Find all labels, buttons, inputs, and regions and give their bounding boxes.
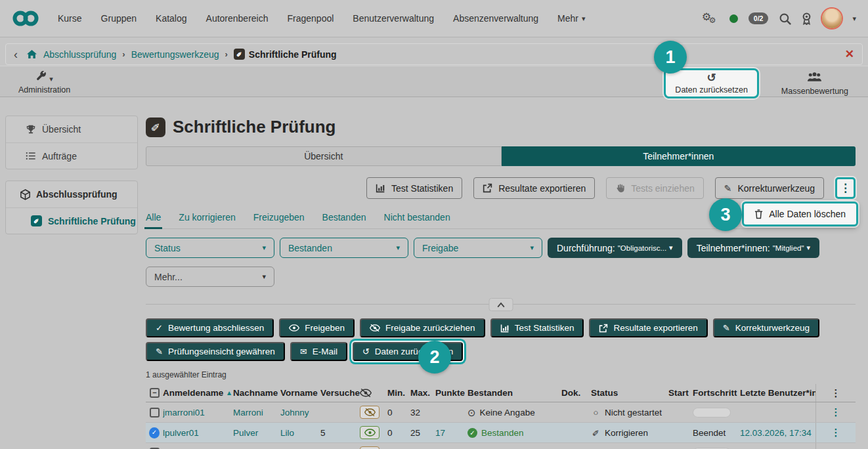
delete-all-data-menu-item[interactable]: Alle Daten löschen xyxy=(742,202,858,226)
col-header-max[interactable]: Max. xyxy=(410,388,435,398)
release-button[interactable]: Freigeben xyxy=(279,318,355,337)
table-settings-kebab-icon[interactable]: ⋮ xyxy=(815,384,856,402)
breadcrumb-link-course[interactable]: Abschlussprüfung xyxy=(43,49,116,60)
eye-off-icon xyxy=(370,324,380,331)
row-menu-kebab-icon[interactable]: ⋮ xyxy=(815,423,856,442)
col-header-min[interactable]: Min. xyxy=(387,388,410,398)
filter-tab-freizugeben[interactable]: Freizugeben xyxy=(253,212,305,223)
course-sidebar: Übersicht Aufträge Abschlussprüfung ✎ Sc… xyxy=(5,116,138,246)
visibility-cell xyxy=(360,446,387,449)
correction-tool-button[interactable]: ✎ Korrekturwerkzeug xyxy=(715,177,824,199)
username-link[interactable]: lpulver01 xyxy=(163,428,199,438)
home-icon[interactable] xyxy=(26,49,37,59)
col-header-anmeldename[interactable]: Anmeldename ▴ xyxy=(163,388,233,398)
chevron-down-icon: ▾ xyxy=(807,244,811,252)
last-user-cell: 12.03.2026, 17:34 xyxy=(740,428,815,438)
row-checkbox[interactable]: ✓ xyxy=(146,427,163,438)
col-header-letzte-benutzerin[interactable]: Letzte Benutzer*in xyxy=(740,388,815,398)
breadcrumb-current-label: Schriftliche Prüfung xyxy=(249,49,337,60)
email-button[interactable]: ✉ E-Mail xyxy=(290,342,347,361)
row-checkbox[interactable] xyxy=(146,408,163,417)
tab-teilnehmerinnen[interactable]: Teilnehmer*innen xyxy=(502,146,856,166)
test-statistics-action-button[interactable]: Test Statistiken xyxy=(490,318,584,337)
breadcrumb-link-assessment-tool[interactable]: Bewertungswerkzeug xyxy=(131,49,219,60)
reset-data-toolbar-button[interactable]: ↺ Daten zurücksetzen xyxy=(664,68,758,98)
filter-tab-alle[interactable]: Alle xyxy=(146,212,161,223)
finish-assessment-button[interactable]: ✓ Bewertung abschliessen xyxy=(146,318,274,337)
select-all-checkbox[interactable]: − xyxy=(146,388,163,398)
medal-icon[interactable] xyxy=(802,12,812,25)
col-header-start[interactable]: Start xyxy=(668,388,693,398)
user-avatar[interactable] xyxy=(822,9,842,28)
user-menu-chevron-down-icon[interactable]: ▾ xyxy=(852,14,856,23)
annotation-step-1: 1 xyxy=(654,41,687,74)
sidebar-item-label: Abschlussprüfung xyxy=(36,189,118,200)
close-icon[interactable]: ✕ xyxy=(845,47,854,61)
col-header-visibility[interactable] xyxy=(360,389,387,397)
filter-execution-dropdown[interactable]: Durchführung: "Obligatorisc... ▾ xyxy=(548,238,682,258)
message-count-badge[interactable]: 0/2 xyxy=(749,12,769,24)
filter-row-1: Status ▾ Bestanden ▾ Freigabe ▾ Durchfüh… xyxy=(146,238,856,258)
bulk-actions-row-1: ✓ Bewertung abschliessen Freigeben Test … xyxy=(146,318,856,337)
filter-tab-bestanden[interactable]: Bestanden xyxy=(322,212,366,223)
sidebar-item-written-exam[interactable]: ✎ Schriftliche Prüfung xyxy=(6,207,137,234)
chart-icon xyxy=(500,324,510,333)
test-statistics-button[interactable]: Test Statistiken xyxy=(366,177,462,199)
correction-tool-action-button[interactable]: ✎ Korrekturwerkzeug xyxy=(713,318,819,337)
col-header-vorname[interactable]: Vorname xyxy=(280,388,320,398)
nav-item-mehr[interactable]: Mehr ▾ xyxy=(557,13,585,24)
filter-status-label: Status xyxy=(154,243,181,253)
row-menu-kebab-icon[interactable]: ⋮ xyxy=(815,443,856,449)
bulk-assessment-button[interactable]: Massenbewertung xyxy=(772,68,857,98)
nav-item-kurse[interactable]: Kurse xyxy=(58,13,82,24)
filter-tab-zu-korrigieren[interactable]: Zu korrigieren xyxy=(179,212,235,223)
filter-participants-dropdown[interactable]: Teilnehmer*innen: "Mitglied" ▾ xyxy=(687,238,819,258)
more-actions-kebab-button[interactable]: ⋮ xyxy=(835,177,856,199)
nav-item-fragenpool[interactable]: Fragenpool xyxy=(288,13,334,24)
grant-exam-review-button[interactable]: ✎ Prüfungseinsicht gewähren xyxy=(146,342,285,361)
col-header-versuche[interactable]: Versuche xyxy=(320,388,360,398)
col-header-fortschritt[interactable]: Fortschritt xyxy=(693,388,740,398)
tab-uebersicht[interactable]: Übersicht xyxy=(146,146,502,166)
export-results-button[interactable]: Resultate exportieren xyxy=(473,177,595,199)
col-header-bestanden[interactable]: Bestanden xyxy=(467,388,561,398)
col-header-punkte[interactable]: Punkte xyxy=(435,388,467,398)
export-results-action-button[interactable]: Resultate exportieren xyxy=(589,318,707,337)
filter-passed-dropdown[interactable]: Bestanden ▾ xyxy=(280,238,408,258)
cube-icon xyxy=(20,189,30,200)
openolat-logo-icon[interactable] xyxy=(12,9,39,28)
sidebar-item-auftraege[interactable]: Aufträge xyxy=(6,142,137,169)
sidebar-item-course[interactable]: Abschlussprüfung xyxy=(6,181,137,207)
top-navbar: Kurse Gruppen Katalog Autorenbereich Fra… xyxy=(0,0,868,37)
username-link[interactable]: jmarroni01 xyxy=(163,408,205,417)
settings-gears-icon[interactable]: ⚙ ⚙ xyxy=(702,11,719,26)
nav-item-katalog[interactable]: Katalog xyxy=(156,13,186,24)
list-icon xyxy=(26,152,36,160)
col-header-nachname[interactable]: Nachname xyxy=(233,388,280,398)
navbar-right: ⚙ ⚙ 0/2 ▾ xyxy=(702,9,856,28)
administration-menu[interactable]: ▾ Administration xyxy=(18,70,70,95)
nav-item-gruppen[interactable]: Gruppen xyxy=(101,13,137,24)
filter-tab-nicht-bestanden[interactable]: Nicht bestanden xyxy=(384,212,450,223)
withdraw-release-button[interactable]: Test Statistiken Freigabe zurückziehen xyxy=(360,318,485,337)
search-icon[interactable] xyxy=(779,12,791,25)
col-header-dok[interactable]: Dok. xyxy=(561,388,591,398)
col-header-status[interactable]: Status xyxy=(591,388,668,398)
chevron-down-icon: ▾ xyxy=(530,244,534,252)
test-statistics-label: Test Statistiken xyxy=(391,183,453,194)
filter-release-dropdown[interactable]: Freigabe ▾ xyxy=(414,238,542,258)
filter-execution-label: Durchführung: xyxy=(557,243,615,253)
filter-more-dropdown[interactable]: Mehr... ▾ xyxy=(146,267,274,287)
nav-item-absenzenverwaltung[interactable]: Absenzenverwaltung xyxy=(453,13,538,24)
correction-tool-action-label: Korrekturwerkzeug xyxy=(735,323,810,333)
min-cell: 0 xyxy=(387,428,410,438)
collapse-filters-button[interactable] xyxy=(488,298,513,311)
nav-item-autorenbereich[interactable]: Autorenbereich xyxy=(206,13,269,24)
row-menu-kebab-icon[interactable]: ⋮ xyxy=(815,402,856,422)
back-chevron-icon[interactable]: ‹ xyxy=(14,49,18,60)
pen-icon: ✎ xyxy=(724,183,732,194)
sidebar-item-uebersicht[interactable]: Übersicht xyxy=(6,116,137,142)
nav-item-benutzerverwaltung[interactable]: Benutzerverwaltung xyxy=(353,13,434,24)
filter-status-dropdown[interactable]: Status ▾ xyxy=(146,238,274,258)
participants-table: − Anmeldename ▴ Nachname Vorname Versuch… xyxy=(146,384,856,449)
